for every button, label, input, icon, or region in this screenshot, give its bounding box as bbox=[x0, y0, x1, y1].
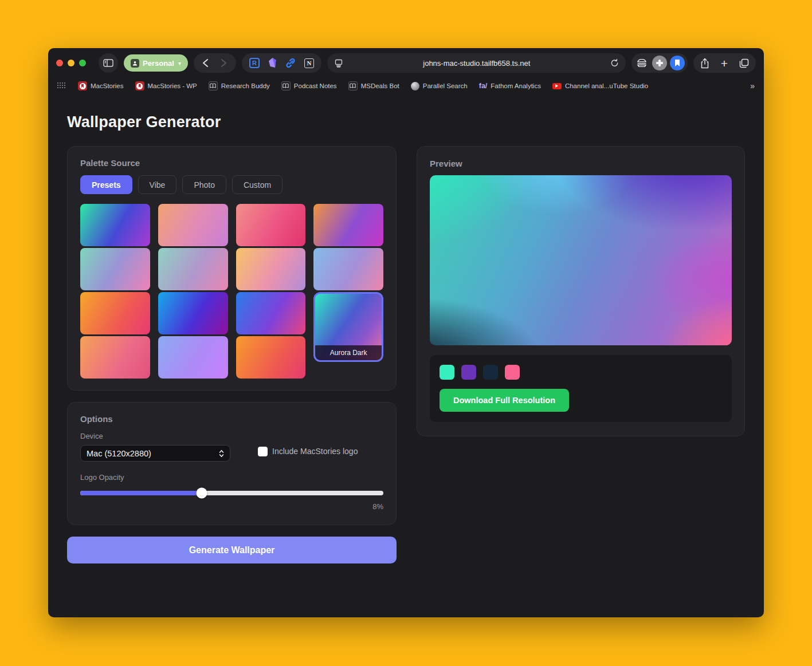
palette-source-heading: Palette Source bbox=[80, 158, 383, 168]
profile-label: Personal bbox=[143, 59, 174, 68]
palette-swatch-navy[interactable] bbox=[483, 365, 498, 380]
preset-tile[interactable] bbox=[158, 292, 228, 334]
nav-buttons bbox=[194, 53, 236, 73]
palette-swatch-pink[interactable] bbox=[505, 365, 520, 380]
include-logo-checkbox[interactable] bbox=[258, 447, 268, 456]
browser-window: Personal ▾ R N johns-mac-stu bbox=[48, 48, 764, 617]
preview-panel: Preview Download Full Resolution bbox=[417, 146, 745, 436]
obsidian-extension-icon[interactable] bbox=[268, 58, 277, 68]
palette-swatch-purple[interactable] bbox=[461, 365, 476, 380]
download-full-resolution-button[interactable]: Download Full Resolution bbox=[440, 389, 569, 412]
logo-opacity-label: Logo Opacity bbox=[80, 473, 383, 482]
bookmark-podcast-notes[interactable]: Podcast Notes bbox=[281, 81, 337, 90]
tab-presets[interactable]: Presets bbox=[80, 175, 132, 194]
profile-switcher[interactable]: Personal ▾ bbox=[124, 54, 188, 72]
link-extension-icon[interactable] bbox=[285, 58, 296, 68]
sphere-icon bbox=[411, 82, 419, 90]
wallpaper-preview-image bbox=[430, 175, 732, 345]
include-logo-label: Include MacStories logo bbox=[272, 447, 358, 456]
close-window-button[interactable] bbox=[56, 60, 63, 66]
notion-extension-icon[interactable]: N bbox=[304, 58, 314, 68]
preset-tile[interactable] bbox=[236, 292, 306, 334]
bookmarks-bar: MacStories MacStories - WP Research Budd… bbox=[48, 78, 764, 94]
preset-tile[interactable] bbox=[80, 336, 150, 379]
options-panel: Options Device Mac (5120x2880) bbox=[67, 402, 397, 525]
macstories-icon bbox=[135, 81, 144, 90]
tab-custom[interactable]: Custom bbox=[232, 175, 283, 194]
readwise-extension-icon[interactable]: R bbox=[249, 58, 260, 68]
extension-buttons: R N bbox=[242, 53, 321, 73]
tab-photo[interactable]: Photo bbox=[182, 175, 226, 194]
dpad-extension-icon[interactable] bbox=[652, 56, 667, 70]
palette-source-panel: Palette Source Presets Vibe Photo Custom bbox=[67, 146, 397, 391]
bookmark-research-buddy[interactable]: Research Buddy bbox=[209, 81, 270, 90]
options-heading: Options bbox=[80, 414, 383, 424]
preset-tile[interactable] bbox=[313, 204, 383, 246]
profile-person-icon bbox=[131, 59, 139, 68]
toolbar-widgets bbox=[631, 53, 688, 73]
preset-tile[interactable] bbox=[80, 248, 150, 290]
macstories-icon bbox=[78, 81, 87, 90]
bookmark-msdeals-bot[interactable]: MSDeals Bot bbox=[348, 81, 399, 90]
preset-tile[interactable] bbox=[80, 204, 150, 246]
tab-vibe[interactable]: Vibe bbox=[138, 175, 177, 194]
palette-swatch-teal[interactable] bbox=[440, 365, 454, 380]
preset-tile-selected[interactable]: Aurora Dark bbox=[313, 292, 383, 362]
window-actions: + bbox=[693, 53, 756, 73]
select-chevrons-icon bbox=[219, 450, 224, 458]
device-label: Device bbox=[80, 432, 230, 440]
address-bar[interactable]: johns-mac-studio.tailfb658.ts.net bbox=[327, 53, 626, 73]
include-logo-option: Include MacStories logo bbox=[258, 441, 358, 462]
bookmark-extension-icon[interactable] bbox=[670, 56, 685, 70]
traffic-lights bbox=[56, 60, 86, 66]
minimize-window-button[interactable] bbox=[68, 60, 74, 66]
palette-swatches bbox=[440, 365, 722, 380]
preset-tile[interactable] bbox=[158, 336, 228, 379]
url-text: johns-mac-studio.tailfb658.ts.net bbox=[343, 59, 610, 68]
bookmark-macstories-wp[interactable]: MacStories - WP bbox=[135, 81, 197, 90]
slider-thumb[interactable] bbox=[196, 488, 207, 499]
fathom-icon: fa/ bbox=[479, 82, 488, 90]
bookmark-fathom-analytics[interactable]: fa/ Fathom Analytics bbox=[479, 82, 541, 90]
slider-fill bbox=[80, 491, 202, 495]
slider-track[interactable] bbox=[80, 491, 383, 495]
browser-toolbar: Personal ▾ R N johns-mac-stu bbox=[48, 48, 764, 78]
new-tab-icon[interactable]: + bbox=[721, 57, 728, 69]
bookmark-parallel-search[interactable]: Parallel Search bbox=[411, 82, 468, 90]
chevron-down-icon: ▾ bbox=[178, 60, 181, 66]
logo-opacity-value: 8% bbox=[80, 502, 383, 511]
preset-grid: Aurora Dark bbox=[80, 204, 383, 379]
page-title: Wallpaper Generator bbox=[67, 113, 745, 131]
logo-opacity-slider[interactable] bbox=[80, 487, 383, 499]
preset-tile[interactable] bbox=[80, 292, 150, 334]
sidebar-icon bbox=[103, 59, 113, 67]
tab-overview-icon[interactable] bbox=[739, 58, 749, 68]
device-select-value: Mac (5120x2880) bbox=[87, 449, 219, 458]
book-icon bbox=[281, 81, 291, 90]
youtube-icon bbox=[552, 83, 562, 89]
preset-tile[interactable] bbox=[313, 248, 383, 290]
page-content: Wallpaper Generator Palette Source Prese… bbox=[48, 113, 764, 563]
preset-tile[interactable] bbox=[236, 336, 306, 379]
preset-tile[interactable] bbox=[236, 248, 306, 290]
bookmarks-overflow-chevron[interactable]: » bbox=[750, 81, 755, 90]
share-icon[interactable] bbox=[700, 58, 709, 69]
bookmark-macstories[interactable]: MacStories bbox=[78, 81, 124, 90]
preview-heading: Preview bbox=[430, 159, 732, 168]
preset-tile[interactable] bbox=[158, 204, 228, 246]
device-select[interactable]: Mac (5120x2880) bbox=[80, 445, 230, 462]
sidebar-toggle-button[interactable] bbox=[99, 53, 118, 73]
page-format-icon[interactable] bbox=[334, 59, 343, 68]
preset-tile[interactable] bbox=[158, 248, 228, 290]
burger-extension-icon[interactable] bbox=[634, 56, 649, 70]
back-button[interactable] bbox=[197, 54, 214, 72]
forward-button[interactable] bbox=[215, 54, 233, 72]
zoom-window-button[interactable] bbox=[79, 60, 86, 66]
bookmark-youtube-studio[interactable]: Channel anal...uTube Studio bbox=[552, 82, 648, 89]
preview-actions-panel: Download Full Resolution bbox=[430, 355, 732, 422]
generate-wallpaper-button[interactable]: Generate Wallpaper bbox=[67, 537, 397, 563]
app-grid-icon[interactable] bbox=[57, 82, 66, 89]
preset-tile[interactable] bbox=[236, 204, 306, 246]
reload-icon[interactable] bbox=[610, 58, 619, 68]
book-icon bbox=[348, 81, 358, 90]
